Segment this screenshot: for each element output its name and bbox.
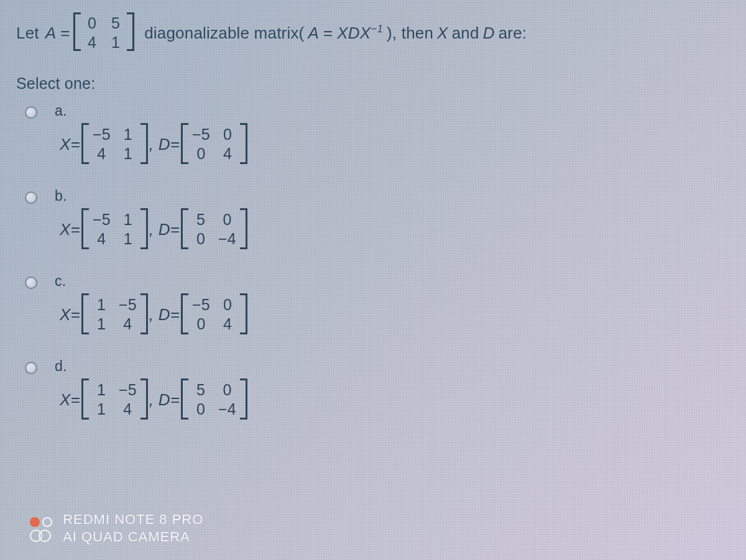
diag-text-2: ), then (387, 24, 433, 43)
watermark-line2: AI QUAD CAMERA (63, 529, 190, 544)
d-var: D (483, 24, 495, 43)
option-b: b. X= −5 1 4 1 , D= (16, 188, 730, 250)
option-letter-c: c. (55, 273, 247, 290)
matrix-X-c: 1 −5 1 4 (81, 293, 148, 336)
matrix-D-c: −5 0 0 4 (181, 293, 247, 336)
matrix-D-b: 5 0 0 −4 (181, 208, 247, 250)
are-text: are: (499, 24, 527, 43)
a-equals: A = (45, 24, 70, 43)
matrix-X-b: −5 1 4 1 (81, 208, 148, 250)
watermark-line1: REDMI NOTE 8 PRO (63, 512, 203, 527)
option-a: a. X= −5 1 4 1 , D= (16, 103, 730, 165)
option-d: d. X= 1 −5 1 4 , D= (16, 358, 730, 421)
diag-text-1: diagonalizable matrix( (144, 24, 304, 43)
radio-a[interactable] (25, 106, 37, 119)
and-word: and (452, 24, 479, 43)
matrix-A: 0 5 4 1 (73, 12, 134, 53)
question-content: Let A = 0 5 4 1 diagonalizable matrix( A… (0, 0, 746, 456)
x-var: X (437, 24, 448, 43)
matrix-X-d: 1 −5 1 4 (81, 379, 148, 421)
select-one: Select one: (16, 75, 730, 93)
option-letter-b: b. (55, 188, 247, 204)
option-c: c. X= 1 −5 1 4 , D= (16, 273, 730, 336)
radio-d[interactable] (25, 362, 37, 374)
option-letter-a: a. (55, 103, 247, 119)
option-letter-d: d. (55, 358, 247, 375)
options-list: a. X= −5 1 4 1 , D= (16, 103, 730, 421)
let-text: Let (16, 24, 39, 43)
diag-formula: A = XDX−1 (308, 23, 383, 43)
phone-watermark: REDMI NOTE 8 PRO AI QUAD CAMERA (30, 511, 203, 545)
question-line: Let A = 0 5 4 1 diagonalizable matrix( A… (16, 12, 730, 53)
matrix-X-a: −5 1 4 1 (81, 123, 148, 165)
radio-b[interactable] (25, 191, 37, 204)
matrix-D-a: −5 0 0 4 (181, 123, 247, 165)
watermark-icon (30, 517, 52, 539)
matrix-D-d: 5 0 0 −4 (181, 379, 247, 421)
radio-c[interactable] (25, 277, 37, 289)
